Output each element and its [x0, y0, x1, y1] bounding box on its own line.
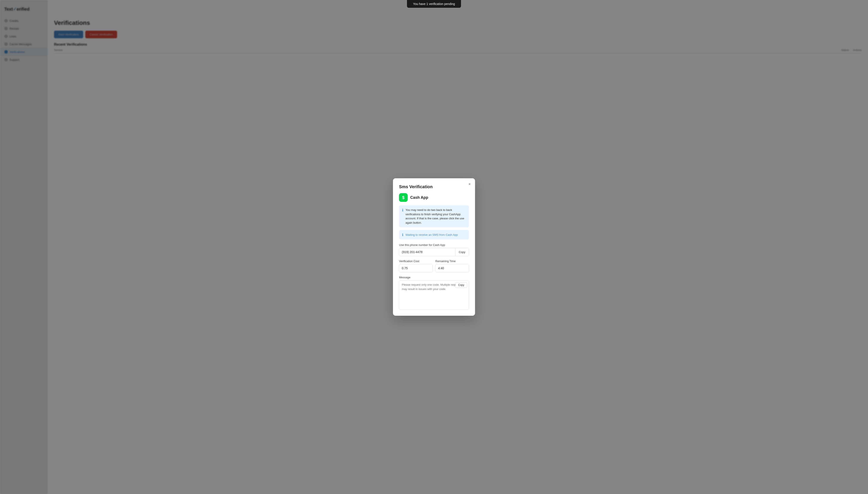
phone-label: Use this phone number for Cash App	[399, 243, 469, 247]
copy-phone-button[interactable]: Copy	[455, 248, 469, 256]
cost-input	[399, 264, 433, 272]
message-box: Copy	[399, 280, 469, 310]
copy-message-button[interactable]: Copy	[455, 282, 467, 288]
service-icon: $	[399, 193, 408, 202]
modal-title: Sms Verification	[399, 184, 469, 189]
notification-text: You have 1 verification pending	[413, 2, 455, 6]
info-text: You may need to do two back to back veri…	[406, 208, 466, 225]
info-icon: ℹ	[402, 208, 403, 225]
waiting-box: ℹ Waiting to receive an SMS from Cash Ap…	[399, 230, 469, 240]
waiting-text: Waiting to receive an SMS from Cash App	[406, 233, 458, 236]
remaining-time-col: Remaining Time	[435, 260, 469, 272]
cost-label: Verification Cost	[399, 260, 433, 263]
service-name: Cash App	[410, 195, 428, 200]
notification-bar: You have 1 verification pending	[407, 0, 461, 8]
info-box: ℹ You may need to do two back to back ve…	[399, 205, 469, 227]
phone-input[interactable]	[399, 248, 455, 256]
message-label: Message	[399, 276, 469, 279]
sms-verification-modal: × Sms Verification $ Cash App ℹ You may …	[393, 178, 475, 316]
waiting-icon: ℹ	[402, 233, 403, 237]
cost-time-row: Verification Cost Remaining Time	[399, 260, 469, 272]
verification-cost-col: Verification Cost	[399, 260, 433, 272]
time-label: Remaining Time	[435, 260, 469, 263]
time-input	[435, 264, 469, 272]
modal-overlay[interactable]: × Sms Verification $ Cash App ℹ You may …	[0, 0, 868, 494]
service-header: $ Cash App	[399, 193, 469, 202]
phone-input-row: Copy	[399, 248, 469, 256]
modal-close-button[interactable]: ×	[468, 181, 472, 187]
